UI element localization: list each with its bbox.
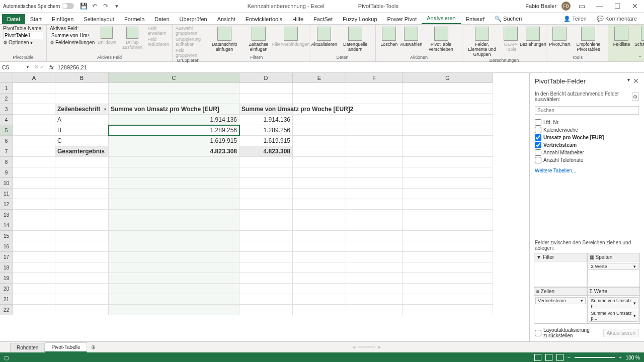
field-search-input[interactable] <box>535 106 639 115</box>
row-header-4[interactable]: 4 <box>0 115 13 125</box>
cell-A15[interactable] <box>13 231 55 241</box>
cell-F7[interactable] <box>346 146 403 157</box>
maximize-icon[interactable]: ☐ <box>611 1 624 11</box>
row-header-12[interactable]: 12 <box>0 199 13 210</box>
cell-D19[interactable] <box>239 273 293 284</box>
cell-A4[interactable] <box>13 115 55 125</box>
cell-C13[interactable] <box>109 210 239 220</box>
zoom-slider[interactable] <box>575 357 615 358</box>
cell-G21[interactable] <box>403 294 493 305</box>
row-header-7[interactable]: 7 <box>0 146 13 157</box>
cell-E9[interactable] <box>293 167 346 178</box>
cell-A16[interactable] <box>13 241 55 252</box>
cell-D17[interactable] <box>239 252 293 262</box>
cell-C7[interactable]: 4.823.308 <box>109 146 239 157</box>
cell-B5[interactable]: B <box>55 125 109 136</box>
tab-design[interactable]: Entwurf <box>461 14 490 24</box>
gear-icon[interactable]: ⚙ <box>632 93 639 101</box>
cell-A12[interactable] <box>13 199 55 210</box>
cell-G22[interactable] <box>403 305 493 315</box>
cell-G2[interactable] <box>403 94 493 104</box>
cell-G19[interactable] <box>403 273 493 284</box>
cell-B3[interactable]: Zeilenbeschrift ▾ <box>55 104 109 115</box>
row-header-14[interactable]: 14 <box>0 220 13 231</box>
tab-layout[interactable]: Seitenlayout <box>78 14 119 24</box>
row-header-3[interactable]: 3 <box>0 104 13 115</box>
cell-G1[interactable] <box>403 83 493 94</box>
col-header-G[interactable]: G <box>403 73 493 83</box>
cell-D6[interactable]: 1.619.915 <box>239 136 293 146</box>
cell-E12[interactable] <box>293 199 346 210</box>
cell-B14[interactable] <box>55 220 109 231</box>
cell-E1[interactable] <box>293 83 346 94</box>
cell-F1[interactable] <box>346 83 403 94</box>
row-header-16[interactable]: 16 <box>0 241 13 252</box>
cell-A5[interactable] <box>13 125 55 136</box>
cell-B16[interactable] <box>55 241 109 252</box>
cell-A13[interactable] <box>13 210 55 220</box>
cell-A10[interactable] <box>13 178 55 189</box>
hscroll[interactable]: ◄ ━━━━━ ► <box>351 344 382 350</box>
cell-G13[interactable] <box>403 210 493 220</box>
cell-G12[interactable] <box>403 199 493 210</box>
cell-D5[interactable]: 1.289.256 <box>239 125 293 136</box>
cell-E20[interactable] <box>293 284 346 294</box>
relations-button[interactable]: Beziehungen <box>523 26 543 48</box>
field-item[interactable]: Kalenderwoche <box>535 126 639 134</box>
cell-D13[interactable] <box>239 210 293 220</box>
cell-C2[interactable] <box>109 94 239 104</box>
cell-A18[interactable] <box>13 262 55 273</box>
pivotchart-button[interactable]: PivotChart <box>549 26 570 48</box>
cell-E14[interactable] <box>293 220 346 231</box>
cell-B21[interactable] <box>55 294 109 305</box>
cell-B19[interactable] <box>55 273 109 284</box>
cell-B7[interactable]: Gesamtergebnis <box>55 146 109 157</box>
record-macro-icon[interactable]: ▢ <box>4 355 9 360</box>
row-header-6[interactable]: 6 <box>0 136 13 146</box>
cell-G6[interactable] <box>403 136 493 146</box>
close-icon[interactable]: ✕ <box>629 1 641 11</box>
cell-D14[interactable] <box>239 220 293 231</box>
cell-G3[interactable] <box>403 104 493 115</box>
cell-B22[interactable] <box>55 305 109 315</box>
row-header-22[interactable]: 22 <box>0 305 13 315</box>
field-settings-button[interactable]: ⚙ Feldeinstellungen <box>50 40 95 45</box>
cell-D21[interactable] <box>239 294 293 305</box>
cell-E8[interactable] <box>293 157 346 167</box>
field-checkbox[interactable] <box>535 134 541 141</box>
cell-B10[interactable] <box>55 178 109 189</box>
cell-D12[interactable] <box>239 199 293 210</box>
field-checkbox[interactable] <box>535 149 541 156</box>
tab-start[interactable]: Start <box>25 14 47 24</box>
cell-G10[interactable] <box>403 178 493 189</box>
row-header-1[interactable]: 1 <box>0 83 13 94</box>
cell-F3[interactable] <box>346 104 403 115</box>
save-icon[interactable]: 💾 <box>80 3 87 10</box>
pt-name-input[interactable] <box>3 32 43 39</box>
cell-C11[interactable] <box>109 189 239 199</box>
cell-F6[interactable] <box>346 136 403 146</box>
cell-D8[interactable] <box>239 157 293 167</box>
cell-E21[interactable] <box>293 294 346 305</box>
cell-D4[interactable]: 1.914.136 <box>239 115 293 125</box>
cell-C1[interactable] <box>109 83 239 94</box>
cell-F4[interactable] <box>346 115 403 125</box>
cell-A19[interactable] <box>13 273 55 284</box>
cell-D1[interactable] <box>239 83 293 94</box>
cell-D16[interactable] <box>239 241 293 252</box>
field-item[interactable]: Anzahl Telefonate <box>535 156 639 164</box>
cell-F18[interactable] <box>346 262 403 273</box>
active-field-input[interactable] <box>50 32 90 39</box>
row-header-9[interactable]: 9 <box>0 167 13 178</box>
add-sheet-icon[interactable]: ⊕ <box>87 342 100 352</box>
cell-D7[interactable]: 4.823.308 <box>239 146 293 157</box>
cell-F21[interactable] <box>346 294 403 305</box>
row-header-17[interactable]: 17 <box>0 252 13 262</box>
cell-F11[interactable] <box>346 189 403 199</box>
fieldlist-button[interactable]: Feldliste <box>611 26 631 48</box>
cell-G4[interactable] <box>403 115 493 125</box>
cell-C21[interactable] <box>109 294 239 305</box>
cell-A20[interactable] <box>13 284 55 294</box>
cell-C14[interactable] <box>109 220 239 231</box>
cell-F17[interactable] <box>346 252 403 262</box>
